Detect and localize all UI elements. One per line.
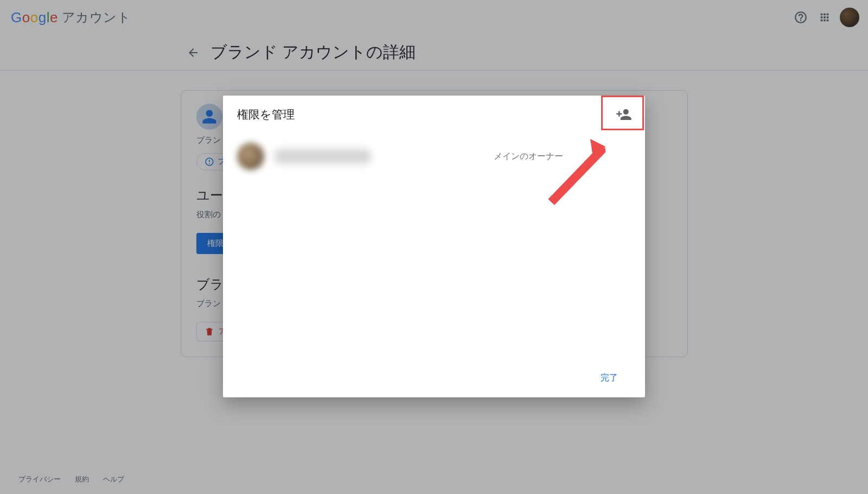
dialog-title: 権限を管理: [237, 107, 295, 122]
add-user-button[interactable]: [609, 102, 639, 128]
person-add-icon: [616, 106, 632, 123]
done-button[interactable]: 完了: [594, 368, 624, 388]
dialog-header: 権限を管理: [223, 96, 645, 134]
dialog-footer: 完了: [223, 358, 645, 397]
member-row: メインのオーナー: [223, 134, 645, 179]
member-avatar: [237, 143, 264, 170]
member-role: メインのオーナー: [494, 151, 631, 162]
member-name-redacted: [274, 149, 372, 164]
manage-permissions-dialog: 権限を管理 メインのオーナー 完了: [223, 96, 645, 397]
